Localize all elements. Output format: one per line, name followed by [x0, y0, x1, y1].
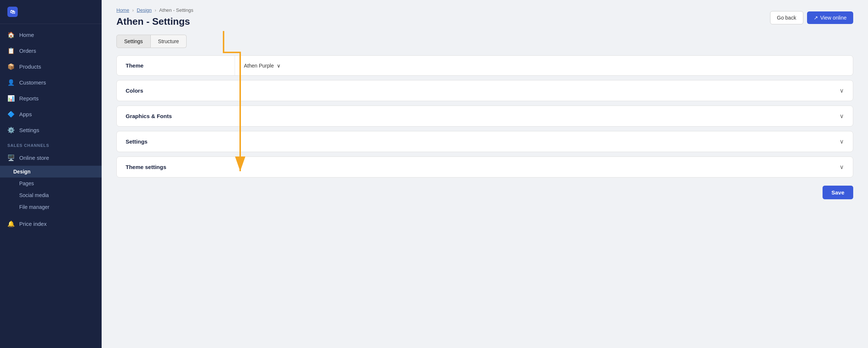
go-back-button[interactable]: Go back	[770, 11, 803, 24]
theme-value-dropdown[interactable]: Athen Purple ∨	[235, 56, 853, 75]
breadcrumb-home[interactable]: Home	[116, 7, 129, 13]
content-area: Settings Structure Theme Athen Purple ∨ …	[102, 31, 868, 348]
sidebar-subitem-pages-label: Pages	[19, 180, 34, 186]
logo-icon: 🛍	[7, 7, 18, 17]
main-header: Home › Design › Athen - Settings Athen -…	[102, 0, 868, 31]
footer-actions: Save	[116, 182, 853, 203]
sidebar-item-customers-label: Customers	[19, 79, 46, 86]
sidebar-item-home[interactable]: 🏠 Home	[0, 27, 102, 43]
sidebar-item-settings[interactable]: ⚙️ Settings	[0, 122, 102, 138]
theme-settings-section: Theme settings ∨	[116, 156, 853, 178]
settings-section: Settings ∨	[116, 131, 853, 152]
main-content: Home › Design › Athen - Settings Athen -…	[102, 0, 868, 348]
sales-channels-label: SALES CHANNELS	[0, 138, 102, 150]
view-online-label: View online	[820, 15, 847, 21]
colors-accordion-header[interactable]: Colors ∨	[117, 80, 853, 101]
theme-label: Theme	[117, 56, 235, 75]
sidebar-item-reports[interactable]: 📊 Reports	[0, 90, 102, 106]
settings-chevron: ∨	[840, 138, 844, 145]
theme-dropdown-icon: ∨	[277, 63, 280, 69]
tab-structure-label: Structure	[158, 38, 179, 44]
sidebar-item-customers[interactable]: 👤 Customers	[0, 75, 102, 90]
settings-title: Settings	[126, 138, 147, 145]
tab-settings[interactable]: Settings	[116, 35, 151, 48]
tab-settings-label: Settings	[124, 38, 143, 44]
settings-header-left: Settings	[126, 138, 147, 145]
sidebar-item-apps[interactable]: 🔷 Apps	[0, 106, 102, 122]
sidebar: 🛍 🏠 Home 📋 Orders 📦 Products 👤 Customers…	[0, 0, 102, 348]
sidebar-item-settings-label: Settings	[19, 127, 39, 133]
graphics-fonts-chevron: ∨	[840, 113, 844, 120]
tabs: Settings Structure	[116, 35, 853, 48]
price-index-icon: 🔔	[7, 220, 15, 227]
sidebar-item-home-label: Home	[19, 32, 34, 38]
theme-settings-header-left: Theme settings	[126, 164, 166, 170]
sidebar-item-reports-label: Reports	[19, 95, 39, 101]
colors-chevron: ∨	[840, 87, 844, 94]
page-title: Athen - Settings	[116, 16, 193, 27]
products-icon: 📦	[7, 63, 15, 70]
breadcrumb-current: Athen - Settings	[159, 7, 194, 13]
sidebar-subitem-design[interactable]: Design	[0, 166, 102, 178]
sidebar-logo: 🛍	[0, 0, 102, 24]
tab-structure[interactable]: Structure	[151, 35, 187, 48]
view-online-button[interactable]: ↗ View online	[807, 11, 853, 24]
colors-header-left: Colors	[126, 87, 143, 94]
sidebar-subitem-social-media-label: Social media	[19, 192, 49, 198]
graphics-fonts-section: Graphics & Fonts ∨	[116, 106, 853, 127]
header-actions: Go back ↗ View online	[770, 11, 854, 24]
settings-accordion-header[interactable]: Settings ∨	[117, 131, 853, 152]
sidebar-subitem-pages[interactable]: Pages	[0, 178, 102, 189]
theme-value: Athen Purple	[244, 63, 274, 69]
orders-icon: 📋	[7, 47, 15, 54]
settings-icon: ⚙️	[7, 127, 15, 134]
sidebar-item-orders-label: Orders	[19, 48, 36, 54]
online-store-icon: 🖥️	[7, 154, 15, 161]
sidebar-subitem-design-label: Design	[13, 169, 31, 175]
sidebar-item-apps-label: Apps	[19, 111, 32, 117]
graphics-fonts-header-left: Graphics & Fonts	[126, 113, 172, 119]
breadcrumb: Home › Design › Athen - Settings	[116, 7, 193, 13]
colors-title: Colors	[126, 87, 143, 94]
sidebar-subitem-file-manager[interactable]: File manager	[0, 201, 102, 213]
sidebar-subitem-social-media[interactable]: Social media	[0, 189, 102, 201]
theme-settings-accordion-header[interactable]: Theme settings ∨	[117, 157, 853, 177]
sidebar-item-orders[interactable]: 📋 Orders	[0, 43, 102, 59]
theme-row: Theme Athen Purple ∨	[116, 55, 853, 76]
customers-icon: 👤	[7, 79, 15, 86]
sidebar-nav: 🏠 Home 📋 Orders 📦 Products 👤 Customers 📊…	[0, 24, 102, 235]
breadcrumb-sep1: ›	[132, 7, 134, 13]
reports-icon: 📊	[7, 95, 15, 102]
graphics-fonts-accordion-header[interactable]: Graphics & Fonts ∨	[117, 106, 853, 126]
sidebar-item-price-index-label: Price index	[19, 221, 47, 227]
sidebar-item-products[interactable]: 📦 Products	[0, 59, 102, 75]
sidebar-item-online-store[interactable]: 🖥️ Online store	[0, 150, 102, 166]
apps-icon: 🔷	[7, 111, 15, 118]
save-button[interactable]: Save	[823, 186, 853, 199]
breadcrumb-sep2: ›	[155, 7, 156, 13]
sidebar-subitem-file-manager-label: File manager	[19, 204, 50, 210]
sidebar-item-products-label: Products	[19, 63, 41, 70]
colors-section: Colors ∨	[116, 80, 853, 101]
header-left: Home › Design › Athen - Settings Athen -…	[116, 7, 193, 27]
view-online-icon: ↗	[814, 15, 818, 21]
graphics-fonts-title: Graphics & Fonts	[126, 113, 172, 119]
sidebar-item-price-index[interactable]: 🔔 Price index	[0, 216, 102, 232]
home-icon: 🏠	[7, 31, 15, 38]
sidebar-item-online-store-label: Online store	[19, 155, 49, 161]
theme-settings-chevron: ∨	[840, 163, 844, 170]
breadcrumb-design[interactable]: Design	[137, 7, 152, 13]
theme-settings-title: Theme settings	[126, 164, 166, 170]
